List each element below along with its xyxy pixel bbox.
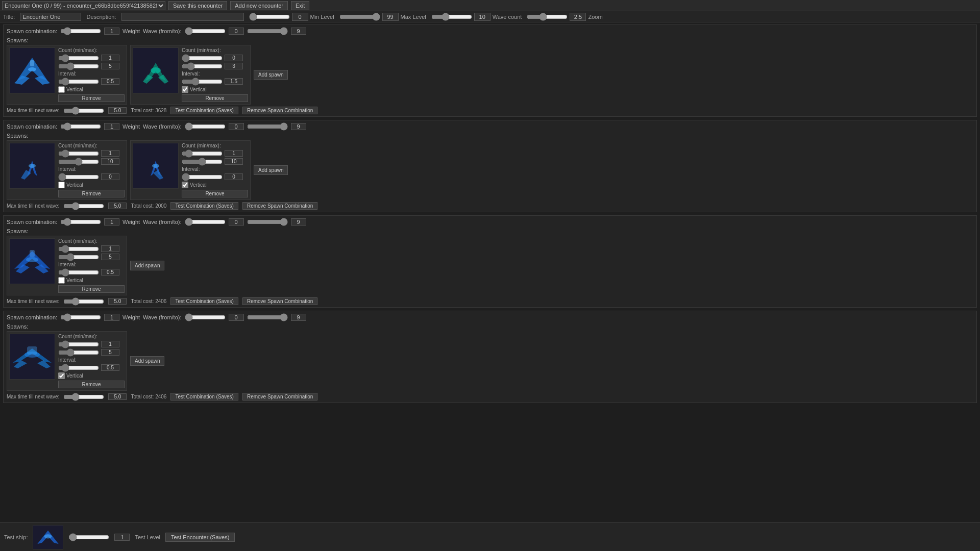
max-time-val-3: 5.0: [108, 298, 127, 305]
test-bar: Test ship: 1 Test Level Test Encounter (…: [0, 522, 980, 551]
remove-spawn-3a[interactable]: Remove: [58, 285, 125, 293]
count-min-slider-4a[interactable]: [58, 342, 99, 347]
combo-4-wave-from-slider[interactable]: [185, 313, 226, 321]
vertical-row-2a: Vertical: [58, 182, 125, 188]
add-spawn-3[interactable]: Add spawn: [130, 261, 164, 270]
count-min-slider-1b[interactable]: [182, 56, 223, 61]
count-label-1b: Count (min/max):: [182, 47, 248, 53]
combo-1-weight-slider[interactable]: [60, 27, 101, 35]
count-min-slider-2b[interactable]: [182, 151, 223, 156]
remove-spawn-4a[interactable]: Remove: [58, 381, 125, 388]
count-max-val-1b: 3: [225, 63, 243, 69]
count-min-slider-1a[interactable]: [58, 56, 99, 61]
vertical-check-4a[interactable]: [58, 372, 65, 379]
count-max-val-1a: 5: [101, 63, 119, 69]
add-encounter-button[interactable]: Add new encounter: [230, 1, 288, 10]
combo-2-wave-to-slider[interactable]: [247, 122, 288, 131]
add-spawn-4[interactable]: Add spawn: [130, 356, 164, 366]
combo-3-weight-slider[interactable]: [60, 218, 101, 226]
count-min-val-2a: 1: [101, 150, 119, 157]
max-time-slider-2[interactable]: [63, 204, 104, 209]
max-time-slider-4[interactable]: [63, 394, 104, 399]
spawn-combo-3: Spawn combination: 1 Weight Wave (from/t…: [3, 215, 977, 308]
zoom-slider[interactable]: [527, 14, 568, 20]
add-spawn-2[interactable]: Add spawn: [254, 165, 288, 175]
min-level-slider[interactable]: [249, 14, 290, 20]
combo-1-wave-to-val: 9: [291, 28, 306, 35]
remove-spawn-1b[interactable]: Remove: [182, 94, 248, 102]
wave-count-slider[interactable]: [431, 14, 472, 20]
combo-4-weight-val: 1: [104, 314, 119, 321]
desc-input[interactable]: [121, 13, 244, 21]
combo-4-footer: Max time till next wave: 5.0 Total cost:…: [7, 393, 973, 400]
max-time-val-1: 5.0: [108, 107, 127, 114]
test-combo-3[interactable]: Test Combination (Saves): [170, 297, 238, 305]
svg-rect-22: [27, 346, 37, 355]
combo-3-wave-from-slider[interactable]: [185, 218, 226, 226]
vertical-check-1b[interactable]: [182, 86, 188, 93]
combo-1-wave-to-slider[interactable]: [247, 27, 288, 35]
combo-2-wave-from-slider[interactable]: [185, 122, 226, 131]
combo-2-label: Spawn combination:: [7, 123, 57, 130]
remove-spawn-1a[interactable]: Remove: [58, 94, 125, 102]
count-max-slider-1a[interactable]: [58, 64, 99, 69]
test-level-slider[interactable]: [68, 533, 109, 541]
count-max-slider-2b[interactable]: [182, 159, 223, 164]
encounter-select[interactable]: Encounter One (0 / 99) - encounter_e66b8…: [2, 1, 165, 10]
test-encounter-button[interactable]: Test Encounter (Saves): [165, 533, 235, 542]
combo-4-weight-slider[interactable]: [60, 313, 101, 321]
combo-4-wave-from-val: 0: [229, 314, 244, 321]
count-max-slider-4a[interactable]: [58, 350, 99, 355]
wave-count-group: 10 Wave count: [431, 13, 522, 21]
max-time-label-4: Max time till next wave:: [7, 394, 59, 399]
count-min-slider-2a[interactable]: [58, 151, 99, 156]
interval-slider-2b[interactable]: [182, 174, 223, 180]
combo-3-wave-to-slider[interactable]: [247, 218, 288, 226]
remove-spawn-2a[interactable]: Remove: [58, 190, 125, 197]
save-encounter-button[interactable]: Save this encounter: [168, 1, 227, 10]
combo-3-wave-label: Wave (from/to):: [143, 219, 181, 225]
add-spawn-1[interactable]: Add spawn: [254, 70, 288, 80]
remove-combo-1[interactable]: Remove Spawn Combination: [242, 107, 318, 114]
max-time-slider-3[interactable]: [63, 299, 104, 304]
vertical-label-1b: Vertical: [190, 87, 207, 92]
interval-label-2a: Interval:: [58, 166, 125, 172]
vertical-check-2b[interactable]: [182, 182, 188, 188]
combo-4-weight-label: Weight: [122, 314, 140, 320]
svg-point-13: [152, 164, 159, 168]
count-max-slider-3a[interactable]: [58, 255, 99, 260]
vertical-check-2a[interactable]: [58, 182, 65, 188]
combo-1-wave-from-slider[interactable]: [185, 27, 226, 35]
combo-4-wave-to-slider[interactable]: [247, 313, 288, 321]
count-max-slider-1b[interactable]: [182, 64, 223, 69]
title-input[interactable]: [20, 13, 81, 21]
vertical-check-3a[interactable]: [58, 277, 65, 284]
max-time-slider-1[interactable]: [63, 108, 104, 113]
interval-slider-3a[interactable]: [58, 270, 99, 275]
count-max-slider-2a[interactable]: [58, 159, 99, 164]
interval-slider-1b[interactable]: [182, 79, 223, 84]
remove-combo-4[interactable]: Remove Spawn Combination: [242, 393, 318, 400]
svg-rect-19: [30, 250, 35, 257]
test-combo-1[interactable]: Test Combination (Saves): [170, 107, 238, 114]
exit-button[interactable]: Exit: [291, 1, 309, 10]
combo-2-weight-slider[interactable]: [60, 122, 101, 131]
remove-combo-2[interactable]: Remove Spawn Combination: [242, 202, 318, 210]
meta-row: Title: Description: 0 Min Level 99 Max L…: [0, 11, 980, 22]
count-min-slider-3a[interactable]: [58, 246, 99, 252]
vertical-check-1a[interactable]: [58, 86, 65, 93]
spawn-thumb-1a: [9, 47, 55, 93]
test-combo-2[interactable]: Test Combination (Saves): [170, 202, 238, 210]
interval-slider-2a[interactable]: [58, 174, 99, 180]
max-level-slider[interactable]: [339, 14, 380, 20]
interval-slider-1a[interactable]: [58, 79, 99, 84]
test-combo-4[interactable]: Test Combination (Saves): [170, 393, 238, 400]
spawn-card-2a: Count (min/max): 1 10 Interval: 0: [7, 140, 127, 200]
vertical-row-4a: Vertical: [58, 372, 125, 379]
remove-spawn-2b[interactable]: Remove: [182, 190, 248, 197]
remove-combo-3[interactable]: Remove Spawn Combination: [242, 297, 318, 305]
interval-val-1b: 1.5: [225, 78, 243, 85]
interval-slider-4a[interactable]: [58, 365, 99, 370]
spawns-row-2: Count (min/max): 1 10 Interval: 0: [7, 140, 973, 200]
max-level-value: 99: [382, 13, 399, 21]
